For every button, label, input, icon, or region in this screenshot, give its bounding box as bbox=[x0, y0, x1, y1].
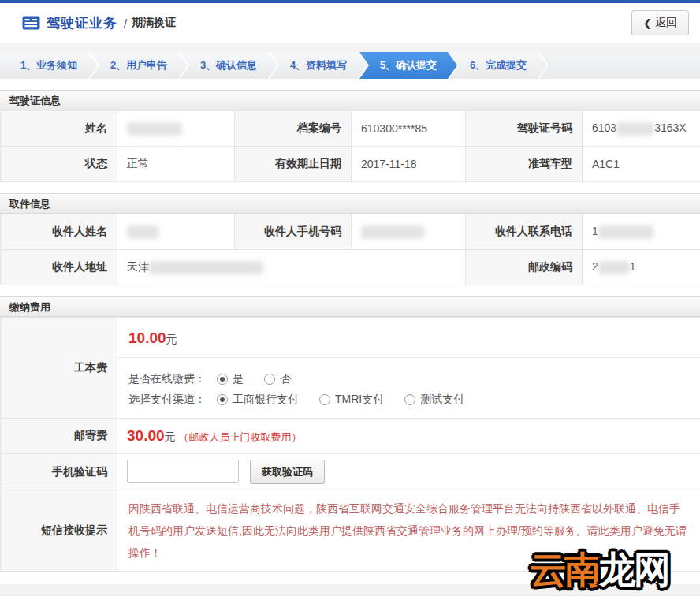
redacted-value bbox=[361, 225, 424, 239]
breadcrumb: 驾驶证业务 / 期满换证 bbox=[22, 14, 176, 32]
redacted-value bbox=[127, 122, 182, 136]
recipient-phone-value: 1 bbox=[583, 214, 700, 250]
step-tab-5-active[interactable]: 5、确认提交 bbox=[359, 52, 457, 79]
name-value bbox=[117, 111, 235, 147]
online-pay-no-option[interactable]: 否 bbox=[264, 372, 291, 386]
postage-unit: 元 bbox=[165, 430, 176, 443]
fee-unit: 元 bbox=[166, 333, 177, 345]
back-button[interactable]: ❮ 返回 bbox=[631, 10, 689, 35]
vehicle-class-value: A1C1 bbox=[583, 147, 700, 182]
step-bar-filler bbox=[539, 52, 700, 79]
license-info-table: 姓名 档案编号 610300****85 驾驶证号码 61033163X 状态 … bbox=[0, 110, 700, 182]
fee-price-line: 10.00元 bbox=[117, 318, 700, 358]
recipient-mobile-value bbox=[352, 214, 466, 250]
table-row: 邮寄费 30.00元（邮政人员上门收取费用） bbox=[1, 419, 700, 454]
back-button-label: 返回 bbox=[655, 16, 677, 30]
status-value: 正常 bbox=[117, 147, 235, 182]
online-pay-label: 是否在线缴费： bbox=[128, 372, 206, 386]
vehicle-class-label: 准驾车型 bbox=[466, 147, 583, 182]
file-number-label: 档案编号 bbox=[235, 111, 352, 147]
recipient-mobile-label: 收件人手机号码 bbox=[235, 214, 352, 250]
step-label: 3、确认信息 bbox=[200, 58, 257, 73]
radio-tmri[interactable] bbox=[319, 394, 330, 405]
channel-icbc-option[interactable]: 工商银行支付 bbox=[217, 393, 299, 407]
step-label: 4、资料填写 bbox=[290, 58, 347, 73]
channel-icbc-label: 工商银行支付 bbox=[233, 393, 299, 407]
sms-notice-cell: 因陕西省联通、电信运营商技术问题，陕西省互联网交通安全综合服务管理平台无法向持陕… bbox=[117, 490, 700, 572]
header-gap bbox=[0, 43, 700, 52]
postage-label: 邮寄费 bbox=[1, 419, 117, 454]
step-progress: 1、业务须知 2、用户申告 3、确认信息 4、资料填写 5、确认提交 6、完成提… bbox=[0, 52, 700, 79]
postage-cell: 30.00元（邮政人员上门收取费用） bbox=[117, 419, 700, 454]
section-title-payment: 缴纳费用 bbox=[0, 296, 700, 317]
radio-icbc-checked[interactable] bbox=[217, 394, 228, 405]
fee-label: 工本费 bbox=[1, 318, 117, 419]
postal-code-value: 21 bbox=[583, 250, 700, 285]
online-pay-no-label: 否 bbox=[280, 372, 291, 386]
table-row: 短信接收提示 因陕西省联通、电信运营商技术问题，陕西省互联网交通安全综合服务管理… bbox=[1, 490, 700, 572]
online-pay-yes-label: 是 bbox=[233, 372, 244, 386]
table-row: 手机验证码 获取验证码 bbox=[1, 454, 700, 490]
table-row: 姓名 档案编号 610300****85 驾驶证号码 61033163X bbox=[1, 111, 700, 147]
redacted-value bbox=[616, 122, 654, 136]
sms-notice-text: 因陕西省联通、电信运营商技术问题，陕西省互联网交通安全综合服务管理平台无法向持陕… bbox=[117, 490, 700, 571]
redacted-value bbox=[149, 261, 263, 274]
page-title: 驾驶证业务 bbox=[47, 14, 117, 32]
step-tab-2[interactable]: 2、用户申告 bbox=[90, 52, 188, 79]
step-label: 2、用户申告 bbox=[110, 58, 167, 73]
section-title-pickup: 取件信息 bbox=[0, 193, 700, 214]
expiry-value: 2017-11-18 bbox=[352, 147, 466, 182]
captcha-cell: 获取验证码 bbox=[117, 454, 700, 490]
radio-yes-checked[interactable] bbox=[217, 374, 228, 385]
postal-code-label: 邮政编码 bbox=[466, 250, 583, 285]
payment-options: 是否在线缴费： 是 否 选择支付渠道： 工商银行支付 TMRI支付 测试支付 bbox=[117, 358, 700, 418]
captcha-input[interactable] bbox=[127, 460, 239, 483]
step-tab-3[interactable]: 3、确认信息 bbox=[180, 52, 277, 79]
table-row: 收件人地址 天津 邮政编码 21 bbox=[1, 250, 700, 285]
recipient-name-label: 收件人姓名 bbox=[1, 214, 117, 250]
footer-gap bbox=[0, 584, 700, 595]
captcha-label: 手机验证码 bbox=[1, 454, 117, 490]
step-tab-1[interactable]: 1、业务须知 bbox=[0, 52, 98, 79]
pay-channel-label: 选择支付渠道： bbox=[128, 393, 206, 407]
step-label: 6、完成提交 bbox=[470, 58, 527, 73]
back-chevron-icon: ❮ bbox=[643, 17, 652, 29]
step-tab-4[interactable]: 4、资料填写 bbox=[270, 52, 367, 79]
file-number-value: 610300****85 bbox=[352, 111, 466, 147]
status-label: 状态 bbox=[1, 147, 117, 182]
license-card-icon bbox=[22, 16, 40, 30]
recipient-address-label: 收件人地址 bbox=[1, 250, 117, 285]
fee-cell: 10.00元 是否在线缴费： 是 否 选择支付渠道： 工商银行支付 TMRI支付… bbox=[117, 318, 700, 419]
redacted-value bbox=[127, 225, 158, 239]
pickup-info-table: 收件人姓名 收件人手机号码 收件人联系电话 1 收件人地址 天津 邮政编码 21 bbox=[0, 214, 700, 285]
page-header: 驾驶证业务 / 期满换证 ❮ 返回 bbox=[0, 3, 700, 43]
step-label: 5、确认提交 bbox=[380, 58, 437, 73]
channel-test-option[interactable]: 测试支付 bbox=[404, 393, 464, 407]
channel-tmri-option[interactable]: TMRI支付 bbox=[319, 393, 384, 407]
step-tab-6[interactable]: 6、完成提交 bbox=[449, 52, 547, 79]
recipient-phone-label: 收件人联系电话 bbox=[466, 214, 583, 250]
fee-amount: 10.00 bbox=[128, 330, 166, 346]
payment-table: 工本费 10.00元 是否在线缴费： 是 否 选择支付渠道： 工商银行支付 TM… bbox=[0, 317, 700, 572]
expiry-label: 有效期止日期 bbox=[235, 147, 352, 182]
channel-tmri-label: TMRI支付 bbox=[335, 393, 384, 407]
breadcrumb-current: 期满换证 bbox=[132, 16, 176, 30]
online-pay-yes-option[interactable]: 是 bbox=[217, 372, 244, 386]
radio-test[interactable] bbox=[404, 394, 415, 405]
postage-note: （邮政人员上门收取费用） bbox=[179, 431, 302, 443]
breadcrumb-separator: / bbox=[124, 17, 127, 30]
table-row: 工本费 10.00元 是否在线缴费： 是 否 选择支付渠道： 工商银行支付 TM… bbox=[1, 318, 700, 419]
radio-no[interactable] bbox=[264, 374, 275, 385]
sms-notice-label: 短信接收提示 bbox=[1, 490, 117, 572]
license-number-label: 驾驶证号码 bbox=[466, 111, 583, 147]
pay-channel-row: 选择支付渠道： 工商银行支付 TMRI支付 测试支付 bbox=[128, 393, 689, 407]
recipient-address-value: 天津 bbox=[117, 250, 466, 285]
redacted-value bbox=[598, 261, 630, 274]
postage-amount: 30.00 bbox=[127, 427, 165, 444]
get-captcha-button[interactable]: 获取验证码 bbox=[250, 460, 325, 484]
main-content: 1、业务须知 2、用户申告 3、确认信息 4、资料填写 5、确认提交 6、完成提… bbox=[0, 52, 700, 584]
online-pay-row: 是否在线缴费： 是 否 bbox=[128, 372, 689, 386]
channel-test-label: 测试支付 bbox=[420, 393, 464, 407]
table-row: 收件人姓名 收件人手机号码 收件人联系电话 1 bbox=[1, 214, 700, 250]
step-label: 1、业务须知 bbox=[20, 58, 77, 73]
